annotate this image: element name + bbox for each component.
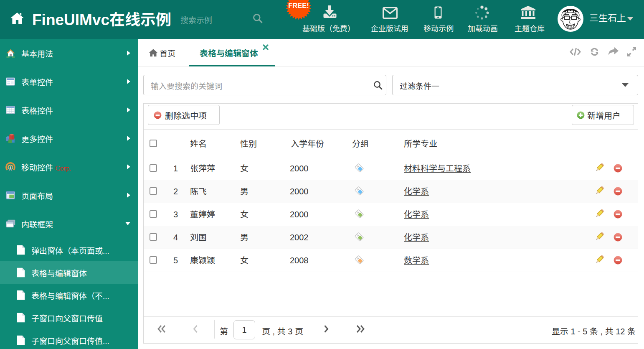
svg-text:FREE!: FREE! bbox=[288, 2, 309, 9]
